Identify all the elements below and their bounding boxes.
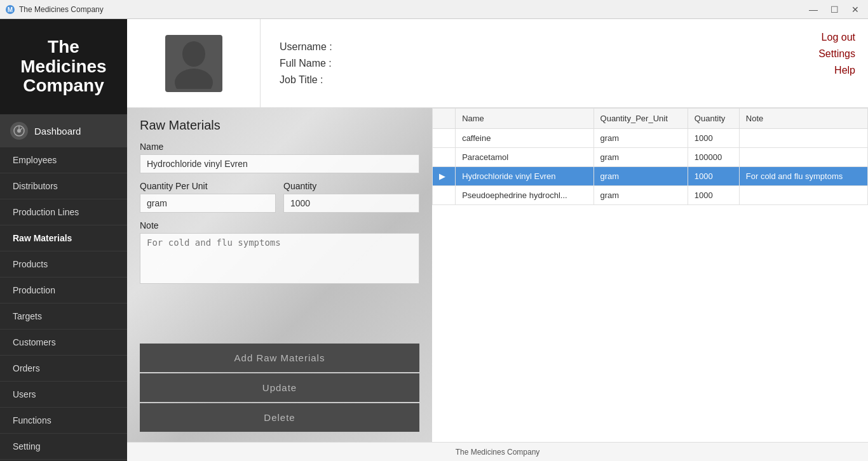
table-header-quantity: Quantity bbox=[688, 109, 739, 129]
footer-text: The Medicines Company bbox=[456, 448, 540, 457]
quantity-per-unit-group: Quantity Per Unit bbox=[140, 181, 276, 213]
section-title: Raw Materials bbox=[140, 118, 419, 133]
form-section: Raw Materials Name Quantity Per Unit Qua… bbox=[127, 108, 432, 442]
table-section: Name Quantity_Per_Unit Quantity Note caf… bbox=[432, 108, 868, 442]
footer: The Medicines Company bbox=[127, 442, 868, 461]
svg-point-7 bbox=[175, 69, 213, 89]
table-header-note: Note bbox=[739, 109, 867, 129]
row-note bbox=[739, 186, 867, 205]
update-button[interactable]: Update bbox=[140, 373, 419, 402]
note-group: Note bbox=[140, 220, 419, 286]
table-header-name: Name bbox=[456, 109, 593, 129]
sidebar-item-dashboard[interactable]: Dashboard bbox=[0, 114, 127, 147]
sidebar-item-functions[interactable]: Functions bbox=[0, 408, 127, 434]
sidebar-item-orders[interactable]: Orders bbox=[0, 356, 127, 382]
name-group: Name bbox=[140, 142, 419, 173]
row-arrow bbox=[433, 148, 456, 167]
row-name: Hydrochloride vinyl Evren bbox=[456, 167, 593, 186]
add-raw-materials-button[interactable]: Add Raw Materials bbox=[140, 344, 419, 372]
avatar-icon bbox=[172, 38, 216, 89]
row-quantity: 100000 bbox=[688, 148, 739, 167]
jobtitle-label: Job Title : bbox=[280, 74, 332, 86]
row-name: Paracetamol bbox=[456, 148, 593, 167]
quantity-group: Quantity bbox=[283, 181, 419, 213]
sidebar: TheMedicinesCompany Dashboard Employees … bbox=[0, 19, 127, 461]
minimize-button[interactable]: — bbox=[805, 3, 822, 16]
table-row[interactable]: Paracetamol gram 100000 bbox=[433, 148, 868, 167]
sidebar-item-distributors[interactable]: Distributors bbox=[0, 173, 127, 199]
username-label: Username : bbox=[280, 41, 332, 53]
row-arrow bbox=[433, 186, 456, 205]
window-controls: — ☐ ✕ bbox=[805, 3, 863, 16]
svg-text:M: M bbox=[8, 6, 13, 13]
logout-button[interactable]: Log out bbox=[822, 32, 855, 43]
sidebar-item-products[interactable]: Products bbox=[0, 251, 127, 277]
name-label: Name bbox=[140, 142, 419, 152]
window-title: The Medicines Company bbox=[19, 5, 805, 14]
table-row[interactable]: ▶ Hydrochloride vinyl Evren gram 1000 Fo… bbox=[433, 167, 868, 186]
row-name: caffeine bbox=[456, 129, 593, 148]
fullname-label: Full Name : bbox=[280, 58, 332, 69]
table-row[interactable]: Pseudoephedrine hydrochl... gram 1000 bbox=[433, 186, 868, 205]
row-quantity: 1000 bbox=[688, 167, 739, 186]
row-name: Pseudoephedrine hydrochl... bbox=[456, 186, 593, 205]
maximize-button[interactable]: ☐ bbox=[827, 3, 843, 16]
sidebar-item-production[interactable]: Production bbox=[0, 277, 127, 304]
row-arrow bbox=[433, 129, 456, 148]
sidebar-item-employees[interactable]: Employees bbox=[0, 147, 127, 173]
main-panel: Raw Materials Name Quantity Per Unit Qua… bbox=[127, 108, 868, 442]
row-note bbox=[739, 129, 867, 148]
header-actions: Log out Settings Help bbox=[818, 32, 855, 76]
row-quantity: 1000 bbox=[688, 186, 739, 205]
sidebar-item-users[interactable]: Users bbox=[0, 382, 127, 408]
sidebar-item-customers[interactable]: Customers bbox=[0, 330, 127, 356]
dashboard-label: Dashboard bbox=[34, 126, 81, 137]
help-button[interactable]: Help bbox=[834, 65, 855, 76]
quantity-label: Quantity bbox=[283, 181, 419, 191]
quantity-input[interactable] bbox=[283, 194, 419, 213]
row-note bbox=[739, 148, 867, 167]
row-quantity-per-unit: gram bbox=[593, 186, 688, 205]
quantity-per-unit-label: Quantity Per Unit bbox=[140, 181, 276, 191]
header-info: Username : Full Name : Job Title : bbox=[261, 19, 351, 107]
title-bar: M The Medicines Company — ☐ ✕ bbox=[0, 0, 868, 19]
sidebar-item-raw-materials[interactable]: Raw Materials bbox=[0, 225, 127, 251]
row-note: For cold and flu symptoms bbox=[739, 167, 867, 186]
sidebar-item-production-lines[interactable]: Production Lines bbox=[0, 199, 127, 225]
table-header-quantity-per-unit: Quantity_Per_Unit bbox=[593, 109, 688, 129]
form-buttons: Add Raw Materials Update Delete bbox=[140, 344, 419, 432]
note-label: Note bbox=[140, 220, 419, 230]
delete-button[interactable]: Delete bbox=[140, 403, 419, 432]
table-header-arrow bbox=[433, 109, 456, 129]
row-quantity: 1000 bbox=[688, 129, 739, 148]
dashboard-icon bbox=[10, 122, 28, 140]
sidebar-item-targets[interactable]: Targets bbox=[0, 304, 127, 330]
avatar bbox=[165, 35, 222, 92]
note-textarea[interactable] bbox=[140, 233, 419, 284]
svg-point-6 bbox=[182, 41, 205, 67]
header: Username : Full Name : Job Title : Log o… bbox=[127, 19, 868, 108]
name-input[interactable] bbox=[140, 154, 419, 173]
settings-button[interactable]: Settings bbox=[818, 48, 855, 60]
sidebar-item-setting[interactable]: Setting bbox=[0, 434, 127, 460]
avatar-section bbox=[127, 19, 261, 107]
raw-materials-table: Name Quantity_Per_Unit Quantity Note caf… bbox=[432, 108, 868, 205]
row-quantity-per-unit: gram bbox=[593, 129, 688, 148]
row-quantity-per-unit: gram bbox=[593, 148, 688, 167]
table-row[interactable]: caffeine gram 1000 bbox=[433, 129, 868, 148]
svg-line-5 bbox=[20, 128, 22, 130]
row-quantity-per-unit: gram bbox=[593, 167, 688, 186]
app-icon: M bbox=[5, 4, 15, 15]
quantity-per-unit-input[interactable] bbox=[140, 194, 276, 213]
close-button[interactable]: ✕ bbox=[848, 3, 863, 16]
sidebar-logo: TheMedicinesCompany bbox=[0, 19, 127, 114]
row-arrow: ▶ bbox=[433, 167, 456, 186]
